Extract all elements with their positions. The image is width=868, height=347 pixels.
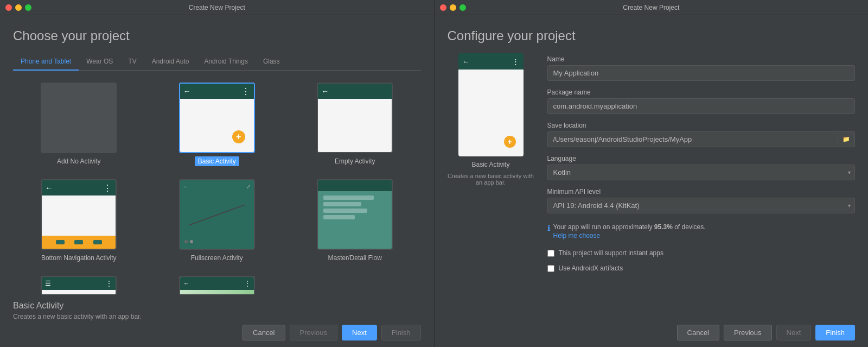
instant-apps-label: This project will support instant apps <box>559 249 663 257</box>
empty-activity-item[interactable]: ← Empty Activity <box>289 79 421 169</box>
master-detail-mock <box>318 180 392 249</box>
configure-phone-topbar: ← ⋮ <box>458 53 524 70</box>
info-icon: ℹ <box>547 224 550 232</box>
selected-activity-desc: Creates a new basic activity with an app… <box>13 313 421 320</box>
basic-activity-preview: ← ⋮ + <box>179 83 255 153</box>
basic-activity-item[interactable]: ← ⋮ + Basic Activity <box>151 79 283 169</box>
left-button-row: Cancel Previous Next Finish <box>13 325 421 340</box>
nd-more-icon: ⋮ <box>106 280 112 287</box>
language-label: Language <box>547 155 856 162</box>
maps-topbar: ← ⋮ <box>180 277 254 290</box>
selected-info: Basic Activity Creates a new basic activ… <box>13 301 421 320</box>
tab-android-auto[interactable]: Android Auto <box>144 53 197 71</box>
info-box: ℹ Your app will run on approximately 95.… <box>547 221 856 242</box>
fullscreen-label: Fullscreen Activity <box>188 253 246 263</box>
add-no-activity-preview <box>41 83 117 153</box>
left-cancel-button[interactable]: Cancel <box>242 325 285 340</box>
fullscreen-dots <box>184 240 193 243</box>
info-text2: of devices. <box>673 223 706 231</box>
androidx-checkbox[interactable] <box>547 265 554 272</box>
right-panel-title: Configure your project <box>448 28 856 43</box>
configure-more-icon: ⋮ <box>512 58 519 66</box>
right-panel: Create New Project Configure your projec… <box>435 0 869 347</box>
name-label: Name <box>547 55 856 63</box>
save-location-browse-button[interactable]: 📁 <box>838 131 855 147</box>
md-row-1 <box>323 195 374 200</box>
language-select[interactable]: Kotlin Java <box>547 165 856 180</box>
empty-back-arrow-icon: ← <box>321 87 329 96</box>
bottom-nav-back-icon: ← <box>45 184 53 192</box>
androidx-checkbox-row[interactable]: Use AndroidX artifacts <box>547 264 856 272</box>
min-api-select[interactable]: API 19: Android 4.4 (KitKat) API 21: And… <box>547 198 856 213</box>
right-cancel-button[interactable]: Cancel <box>677 325 719 340</box>
right-next-button[interactable]: Next <box>776 325 812 340</box>
configure-preview: ← ⋮ + Basic Activity Creates a new basic… <box>448 53 534 318</box>
left-next-button[interactable]: Next <box>342 325 377 340</box>
empty-mock-topbar: ← <box>318 84 392 99</box>
left-title-bar-text: Create New Project <box>189 4 245 11</box>
help-me-choose-link[interactable]: Help me choose <box>553 232 706 239</box>
md-content <box>318 191 392 249</box>
instant-apps-checkbox-row[interactable]: This project will support instant apps <box>547 249 856 257</box>
save-location-input[interactable] <box>547 131 839 147</box>
tab-wear-os[interactable]: Wear OS <box>79 53 120 71</box>
tab-glass[interactable]: Glass <box>256 53 288 71</box>
nav-drawer-preview: ☰ ⋮ <box>41 276 117 294</box>
md-topbar <box>318 180 392 191</box>
configure-preview-label: Basic Activity <box>471 161 509 168</box>
configure-content: ← ⋮ + Basic Activity Creates a new basic… <box>448 53 856 318</box>
left-panel: Create New Project Choose your project P… <box>0 0 434 347</box>
bottom-nav-more-icon: ⋮ <box>103 183 112 193</box>
right-previous-button[interactable]: Previous <box>724 325 772 340</box>
google-maps-preview: ← ⋮ 📍 <box>179 276 255 294</box>
tab-phone-tablet[interactable]: Phone and Tablet <box>13 53 79 71</box>
minimize-button[interactable] <box>15 4 22 11</box>
add-no-activity-item[interactable]: Add No Activity <box>13 79 145 169</box>
nd-topbar: ☰ ⋮ <box>42 277 116 290</box>
info-percentage: 95.3% <box>654 223 673 231</box>
more-icon: ⋮ <box>241 86 251 97</box>
bottom-nav-activity-item[interactable]: ← ⋮ Bottom Navigation Activity <box>13 176 145 266</box>
master-detail-item[interactable]: Master/Detail Flow <box>289 176 421 266</box>
left-previous-button[interactable]: Previous <box>290 325 338 340</box>
empty-activity-label: Empty Activity <box>331 156 379 166</box>
save-location-field-group: Save location 📁 <box>547 122 856 147</box>
maximize-button[interactable] <box>25 4 31 11</box>
master-detail-label: Master/Detail Flow <box>325 253 385 263</box>
info-text-wrapper: Your app will run on approximately 95.3%… <box>553 223 706 239</box>
back-arrow-fs-icon: ← <box>183 184 189 190</box>
nav-drawer-item[interactable]: ☰ ⋮ <box>13 273 145 294</box>
fullscreen-line <box>189 204 245 225</box>
left-panel-footer: Basic Activity Creates a new basic activ… <box>0 294 434 347</box>
instant-apps-checkbox[interactable] <box>547 250 554 257</box>
right-maximize-button[interactable] <box>459 4 466 11</box>
min-api-select-wrapper: API 19: Android 4.4 (KitKat) API 21: And… <box>547 198 856 213</box>
configure-preview-desc: Creates a new basic activity with an app… <box>448 173 534 186</box>
bottom-nav-item-2 <box>74 240 83 244</box>
right-finish-button[interactable]: Finish <box>815 325 855 340</box>
package-name-input[interactable] <box>547 98 856 114</box>
bottom-nav-preview: ← ⋮ <box>41 179 117 250</box>
tab-android-things[interactable]: Android Things <box>196 53 256 71</box>
maps-content: 📍 <box>180 290 254 294</box>
fullscreen-activity-item[interactable]: ← ⤢ Fullscreen Activity <box>151 176 283 266</box>
save-location-wrapper: 📁 <box>547 131 856 147</box>
maps-more-icon: ⋮ <box>244 280 251 287</box>
close-button[interactable] <box>5 4 12 11</box>
empty-activity-preview: ← <box>317 83 393 153</box>
md-row-4 <box>323 215 355 219</box>
save-location-label: Save location <box>547 122 856 129</box>
activity-grid: Add No Activity ← ⋮ + Basic Activity <box>13 79 421 294</box>
right-panel-content: Configure your project ← ⋮ + Basic Activ… <box>435 15 869 318</box>
google-maps-item[interactable]: ← ⋮ 📍 Google Maps Activity <box>151 273 283 294</box>
right-close-button[interactable] <box>440 4 446 11</box>
left-panel-title: Choose your project <box>13 28 421 43</box>
right-minimize-button[interactable] <box>450 4 456 11</box>
left-finish-button[interactable]: Finish <box>381 325 421 340</box>
package-name-label: Package name <box>547 89 856 96</box>
tab-tv[interactable]: TV <box>120 53 144 71</box>
expand-fs-icon: ⤢ <box>246 184 251 190</box>
name-input[interactable] <box>547 65 856 81</box>
language-field-group: Language Kotlin Java ▾ <box>547 155 856 180</box>
min-api-label: Minimum API level <box>547 188 856 195</box>
